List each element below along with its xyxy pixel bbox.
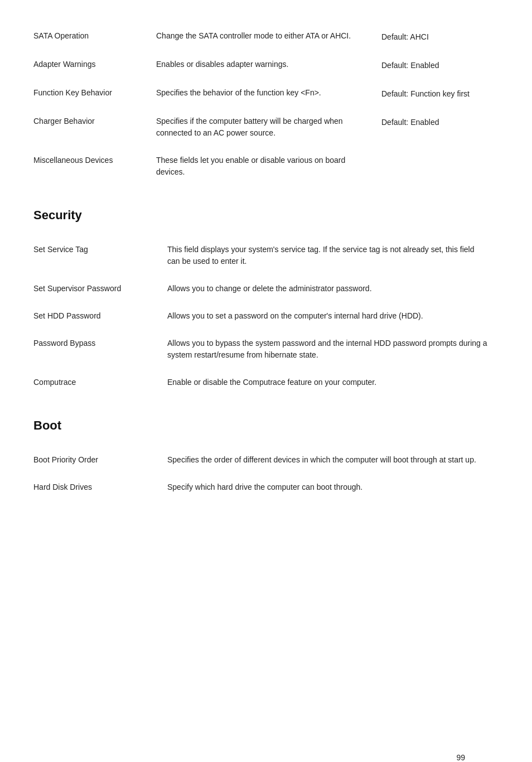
setting-description: Allows you to change or delete the admin…	[167, 283, 499, 295]
setting-default: Default: Function key first	[381, 87, 499, 100]
setting-description: Allows you to bypass the system password…	[167, 337, 499, 361]
setting-name: Boot Priority Order	[33, 454, 167, 466]
table-row: Hard Disk Drives Specify which hard driv…	[33, 474, 499, 501]
security-section: Security Set Service Tag This field disp…	[33, 208, 499, 396]
setting-default: Default: Enabled	[381, 115, 499, 139]
boot-section-title: Boot	[33, 418, 499, 433]
page-number: 99	[456, 753, 465, 762]
setting-name: Adapter Warnings	[33, 59, 156, 71]
table-row: Boot Priority Order Specifies the order …	[33, 446, 499, 474]
setting-description: Specifies the order of different devices…	[167, 454, 499, 466]
system-settings-table: SATA Operation Change the SATA controlle…	[33, 22, 499, 186]
setting-name: Charger Behavior	[33, 115, 156, 139]
table-row: Function Key Behavior Specifies the beha…	[33, 79, 499, 108]
setting-name: Miscellaneous Devices	[33, 155, 156, 178]
boot-settings-table: Boot Priority Order Specifies the order …	[33, 446, 499, 501]
setting-name: Computrace	[33, 377, 167, 388]
setting-description: Allows you to set a password on the comp…	[167, 310, 499, 322]
setting-default: Default: Enabled	[381, 59, 499, 71]
setting-description: Enables or disables adapter warnings.	[156, 59, 381, 71]
setting-name: Set Service Tag	[33, 244, 167, 267]
setting-default	[381, 155, 499, 178]
setting-description: Enable or disable the Computrace feature…	[167, 377, 499, 388]
page-wrapper: SATA Operation Change the SATA controlle…	[33, 22, 499, 762]
setting-name: Password Bypass	[33, 337, 167, 361]
table-row: Charger Behavior Specifies if the comput…	[33, 108, 499, 147]
table-row: Password Bypass Allows you to bypass the…	[33, 330, 499, 369]
setting-name: Hard Disk Drives	[33, 481, 167, 493]
setting-default: Default: AHCI	[381, 30, 499, 43]
setting-description: Specifies if the computer battery will b…	[156, 115, 381, 139]
boot-section: Boot Boot Priority Order Specifies the o…	[33, 418, 499, 501]
setting-description: This field displays your system's servic…	[167, 244, 499, 267]
setting-description: These fields let you enable or disable v…	[156, 155, 381, 178]
table-row: Computrace Enable or disable the Computr…	[33, 369, 499, 396]
table-row: Set Service Tag This field displays your…	[33, 236, 499, 275]
setting-name: Set Supervisor Password	[33, 283, 167, 295]
table-row: Set HDD Password Allows you to set a pas…	[33, 302, 499, 330]
setting-name: SATA Operation	[33, 30, 156, 43]
setting-name: Function Key Behavior	[33, 87, 156, 100]
setting-description: Specify which hard drive the computer ca…	[167, 481, 499, 493]
setting-name: Set HDD Password	[33, 310, 167, 322]
setting-description: Change the SATA controller mode to eithe…	[156, 30, 381, 43]
table-row: Miscellaneous Devices These fields let y…	[33, 147, 499, 186]
table-row: Adapter Warnings Enables or disables ada…	[33, 51, 499, 79]
security-section-title: Security	[33, 208, 499, 223]
table-row: Set Supervisor Password Allows you to ch…	[33, 275, 499, 302]
table-row: SATA Operation Change the SATA controlle…	[33, 22, 499, 51]
security-settings-table: Set Service Tag This field displays your…	[33, 236, 499, 396]
setting-description: Specifies the behavior of the function k…	[156, 87, 381, 100]
